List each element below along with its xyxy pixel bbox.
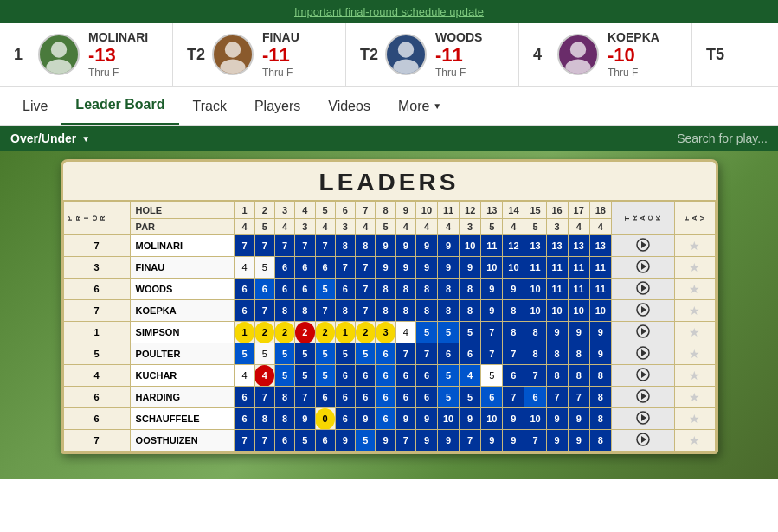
svg-point-3 [220, 60, 245, 74]
svg-point-5 [393, 60, 418, 74]
score-cell: 7 [235, 235, 254, 257]
ticker-item-woods[interactable]: T2 WOODS -11 Thru F [346, 23, 519, 86]
track-cell[interactable] [611, 300, 674, 322]
fav-cell[interactable]: ★ [674, 430, 715, 452]
player-name: FINAU [262, 30, 299, 44]
table-row[interactable]: 5POULTER555555567766778889★ [63, 343, 715, 365]
table-row[interactable]: 7MOLINARI7777788999910111213131313★ [63, 235, 715, 257]
score-cell: 8 [546, 343, 568, 365]
banner-link[interactable]: Important final-round schedule update [294, 5, 484, 18]
par-label: PAR [130, 219, 235, 235]
score-cell: 7 [356, 300, 376, 322]
track-cell[interactable] [611, 430, 674, 452]
filter-left: Over/Under ▼ [10, 131, 90, 145]
ticker-item-molinari[interactable]: 1 MOLINARI -13 Thru F [0, 23, 173, 86]
score-cell: 13 [589, 235, 611, 257]
track-cell[interactable] [611, 365, 674, 387]
table-row[interactable]: 6WOODS6666567888889910111111★ [63, 279, 715, 300]
hole-num-4: 4 [295, 202, 315, 219]
nav-item-players[interactable]: Players [241, 87, 314, 125]
player-info: KOEPKA -10 Thru F [608, 30, 659, 79]
score-cell: 7 [503, 387, 524, 408]
dropdown-arrow-icon[interactable]: ▼ [81, 134, 90, 144]
score-cell: 2 [254, 322, 274, 343]
table-row[interactable]: 1SIMPSON122221234555788999★ [63, 322, 715, 343]
track-cell[interactable] [611, 279, 674, 300]
hole-num-10: 10 [415, 202, 437, 219]
track-cell[interactable] [611, 257, 674, 279]
fav-cell[interactable]: ★ [674, 257, 715, 279]
track-cell[interactable] [611, 408, 674, 430]
score-cell: 5 [315, 343, 335, 365]
player-pos: 6 [63, 387, 130, 408]
fav-cell[interactable]: ★ [674, 279, 715, 300]
hole-num-11: 11 [438, 202, 460, 219]
score-cell: 11 [524, 257, 546, 279]
fav-cell[interactable]: ★ [674, 408, 715, 430]
player-pos: 7 [63, 430, 130, 452]
svg-marker-21 [641, 371, 646, 378]
nav-item-more[interactable]: More▼ [384, 87, 455, 125]
score-cell: 10 [524, 300, 546, 322]
table-row[interactable]: 4KUCHAR445556666654567888★ [63, 365, 715, 387]
table-row[interactable]: 7KOEPKA6788787888889810101010★ [63, 300, 715, 322]
score-cell: 6 [376, 387, 395, 408]
svg-point-1 [46, 60, 71, 74]
svg-marker-11 [641, 263, 646, 270]
score-cell: 5 [295, 430, 315, 452]
player-score: -11 [435, 44, 482, 67]
score-cell: 2 [274, 322, 294, 343]
fav-cell[interactable]: ★ [674, 300, 715, 322]
score-cell: 7 [503, 343, 524, 365]
score-cell: 9 [546, 322, 568, 343]
svg-marker-13 [641, 285, 646, 292]
score-cell: 5 [438, 322, 460, 343]
table-row[interactable]: 7OOSTHUIZEN776569597997997998★ [63, 430, 715, 452]
board-title: LEADERS [67, 169, 712, 196]
fav-cell[interactable]: ★ [674, 322, 715, 343]
score-cell: 6 [274, 279, 294, 300]
fav-cell[interactable]: ★ [674, 343, 715, 365]
search-placeholder[interactable]: Search for play... [677, 131, 768, 145]
score-cell: 2 [315, 322, 335, 343]
table-row[interactable]: 3FINAU456667799999101011111111★ [63, 257, 715, 279]
score-cell: 0 [315, 408, 335, 430]
score-cell: 8 [438, 300, 460, 322]
score-cell: 6 [274, 430, 294, 452]
score-cell: 6 [274, 257, 294, 279]
score-cell: 6 [356, 365, 376, 387]
score-cell: 6 [335, 365, 355, 387]
par-value: 4 [568, 219, 589, 235]
fav-cell[interactable]: ★ [674, 235, 715, 257]
score-cell: 6 [376, 365, 395, 387]
table-row[interactable]: 6HARDING678766666655676778★ [63, 387, 715, 408]
score-cell: 10 [589, 300, 611, 322]
hole-num-7: 7 [356, 202, 376, 219]
score-cell: 4 [254, 365, 274, 387]
track-cell[interactable] [611, 322, 674, 343]
score-cell: 8 [568, 343, 589, 365]
score-cell: 10 [524, 408, 546, 430]
score-cell: 8 [524, 322, 546, 343]
score-cell: 11 [546, 279, 568, 300]
score-cell: 6 [415, 387, 437, 408]
track-cell[interactable] [611, 235, 674, 257]
nav-item-live[interactable]: Live [9, 87, 61, 125]
nav-item-track[interactable]: Track [179, 87, 241, 125]
score-cell: 7 [568, 387, 589, 408]
fav-cell[interactable]: ★ [674, 365, 715, 387]
table-row[interactable]: 6SCHAUFFELE688906969910910910998★ [63, 408, 715, 430]
ticker-item-finau[interactable]: T2 FINAU -11 Thru F [173, 23, 346, 86]
nav-item-videos[interactable]: Videos [314, 87, 384, 125]
fav-cell[interactable]: ★ [674, 387, 715, 408]
ticker-item-koepka[interactable]: 4 KOEPKA -10 Thru F [519, 23, 692, 86]
nav-item-leader-board[interactable]: Leader Board [61, 87, 178, 125]
ticker-more[interactable]: T5 [692, 23, 738, 86]
score-cell: 7 [295, 235, 315, 257]
svg-point-4 [398, 42, 414, 57]
score-cell: 6 [524, 387, 546, 408]
track-cell[interactable] [611, 343, 674, 365]
par-value: 5 [376, 219, 395, 235]
track-cell[interactable] [611, 387, 674, 408]
track-header: TRACK [611, 202, 674, 235]
